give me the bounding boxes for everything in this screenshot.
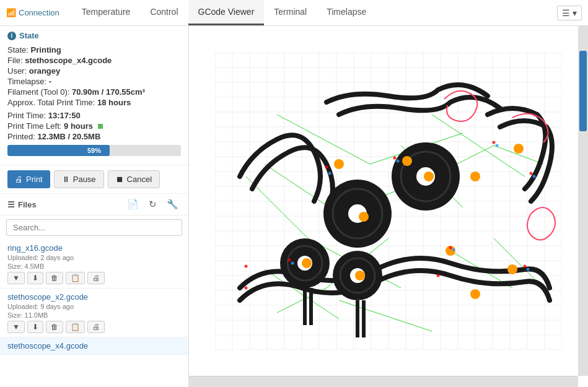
- list-item: stethoscope_x4.gcode: [0, 337, 188, 355]
- main-content: [189, 26, 588, 387]
- progress-bar-container: 59%: [7, 145, 181, 156]
- pause-button[interactable]: ⏸ Pause: [54, 170, 104, 188]
- file-delete-button[interactable]: 🗑: [46, 321, 63, 333]
- user-row: User: orangey: [7, 66, 181, 76]
- print-time-label: Print Time:: [7, 111, 46, 120]
- file-print-button[interactable]: 🖨: [87, 321, 105, 333]
- svg-point-71: [470, 172, 480, 181]
- svg-point-82: [288, 258, 291, 261]
- connection-label: Connection: [19, 8, 59, 17]
- user-label: User:: [7, 66, 27, 76]
- file-list: ring_x16.gcode Uploaded: 2 days ago Size…: [0, 240, 188, 387]
- svg-point-93: [452, 248, 455, 251]
- svg-point-87: [245, 286, 248, 289]
- svg-point-85: [437, 274, 440, 277]
- connection-link[interactable]: 📶 Connection: [6, 8, 59, 17]
- tab-bar: Temperature Control GCode Viewer Termina…: [72, 0, 377, 25]
- file-size: Size: 4.5MB: [7, 263, 181, 270]
- files-title: ☰ Files: [7, 200, 37, 209]
- svg-point-78: [325, 165, 328, 168]
- svg-point-70: [424, 172, 434, 181]
- svg-point-83: [449, 246, 452, 249]
- filament-value: 70.90m / 170.55cm³: [72, 87, 145, 97]
- svg-point-90: [496, 144, 499, 147]
- search-input[interactable]: [6, 219, 182, 236]
- svg-point-81: [530, 172, 533, 175]
- file-name[interactable]: stethoscope_x2.gcode: [7, 292, 181, 302]
- print-time-value: 13:17:50: [48, 111, 81, 120]
- file-toggle-button[interactable]: ▼: [7, 272, 25, 284]
- timelapse-value: -: [49, 77, 51, 86]
- file-label: File:: [7, 56, 23, 65]
- files-section-label: Files: [18, 200, 37, 209]
- horizontal-scrollbar[interactable]: [189, 376, 578, 387]
- state-section: i State State: Printing File: stethoscop…: [0, 26, 188, 165]
- pause-icon: ⏸: [62, 175, 70, 184]
- print-icon: 🖨: [15, 175, 23, 184]
- scrollbar-thumb[interactable]: [579, 51, 587, 131]
- filament-row: Filament (Tool 0): 70.90m / 170.55cm³: [7, 87, 181, 97]
- tab-terminal[interactable]: Terminal: [264, 0, 317, 25]
- file-name[interactable]: ring_x16.gcode: [7, 243, 181, 253]
- list-icon: ☰: [7, 200, 15, 209]
- file-uploaded: Uploaded: 2 days ago: [7, 254, 181, 261]
- state-status-row: State: Printing: [7, 45, 181, 54]
- print-time-left-row: Print Time Left: 9 hours: [7, 121, 181, 131]
- progress-bar-text: 59%: [7, 145, 181, 156]
- vertical-scrollbar[interactable]: [578, 26, 588, 376]
- tab-gcode-viewer[interactable]: GCode Viewer: [188, 0, 265, 25]
- file-toggle-button[interactable]: ▼: [7, 321, 25, 333]
- status-dot: [98, 124, 103, 129]
- info-icon: i: [7, 32, 16, 40]
- signal-icon: 📶: [6, 8, 16, 17]
- print-button[interactable]: 🖨 Print: [7, 170, 50, 188]
- svg-point-88: [328, 172, 331, 175]
- file-print-button[interactable]: 🖨: [87, 272, 105, 284]
- settings-button[interactable]: 🔧: [164, 198, 181, 211]
- state-value: Printing: [31, 45, 61, 54]
- file-name[interactable]: stethoscope_x4.gcode: [7, 341, 181, 350]
- file-actions: ▼ ⬇ 🗑 📋 🖨: [7, 272, 181, 284]
- file-value: stethoscope_x4.gcode: [25, 56, 112, 65]
- refresh-button[interactable]: ↻: [146, 198, 159, 211]
- svg-point-68: [402, 156, 412, 166]
- svg-point-84: [524, 264, 527, 267]
- top-nav-right: ☰ ▾: [557, 6, 582, 20]
- state-header: i State: [7, 31, 181, 40]
- printed-label: Printed:: [7, 132, 35, 141]
- file-copy-button[interactable]: 📋: [66, 321, 85, 333]
- svg-point-73: [302, 258, 312, 268]
- svg-point-72: [514, 144, 524, 154]
- file-copy-button[interactable]: 📋: [66, 272, 85, 284]
- svg-point-74: [355, 271, 365, 280]
- tab-temperature[interactable]: Temperature: [72, 0, 141, 25]
- svg-point-76: [470, 289, 480, 299]
- approx-label: Approx. Total Print Time:: [7, 98, 95, 107]
- print-time-left-value: 9 hours: [64, 121, 93, 131]
- file-delete-button[interactable]: 🗑: [46, 272, 63, 284]
- svg-point-77: [507, 264, 517, 274]
- file-size: Size: 11.0MB: [7, 311, 181, 319]
- svg-point-86: [245, 264, 248, 267]
- approx-value: 18 hours: [97, 98, 131, 107]
- printed-row: Printed: 12.3MB / 20.5MB: [7, 132, 181, 141]
- cancel-button[interactable]: ⏹ Cancel: [108, 170, 160, 188]
- timelapse-label: Timelapse:: [7, 77, 46, 86]
- file-download-button[interactable]: ⬇: [27, 321, 43, 333]
- menu-button[interactable]: ☰ ▾: [557, 6, 582, 20]
- new-file-button[interactable]: 📄: [125, 198, 141, 211]
- svg-point-92: [291, 261, 294, 264]
- top-navigation: 📶 Connection Temperature Control GCode V…: [0, 0, 588, 26]
- svg-point-89: [397, 159, 400, 162]
- tab-control[interactable]: Control: [140, 0, 188, 25]
- filament-label: Filament (Tool 0):: [7, 87, 69, 97]
- svg-point-67: [334, 159, 344, 169]
- file-actions: ▼ ⬇ 🗑 📋 🖨: [7, 321, 181, 333]
- state-label: State:: [7, 45, 29, 54]
- svg-point-91: [533, 175, 536, 178]
- file-download-button[interactable]: ⬇: [27, 272, 43, 284]
- list-item: stethoscope_x2.gcode Uploaded: 9 days ag…: [0, 289, 188, 337]
- tab-timelapse[interactable]: Timelapse: [317, 0, 376, 25]
- svg-point-69: [359, 212, 369, 222]
- svg-point-94: [527, 267, 530, 271]
